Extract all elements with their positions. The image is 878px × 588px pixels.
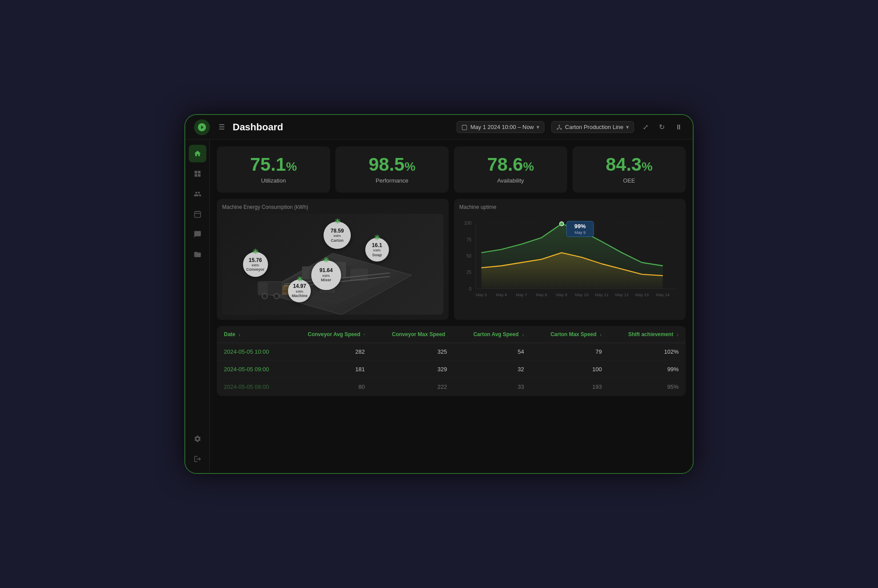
- svg-text:May 9: May 9: [556, 293, 567, 297]
- cell-shift-2: 95%: [609, 378, 686, 396]
- home-icon: [194, 150, 202, 158]
- cell-cart-avg-1: 32: [454, 361, 531, 378]
- main-layout: 75.1% Utilization 98.5% Performance 78.6…: [185, 140, 693, 473]
- cell-conv-max-1: 329: [372, 361, 454, 378]
- logo-icon: [197, 122, 207, 132]
- sidebar-item-folder[interactable]: [189, 246, 206, 263]
- sidebar-nav: [189, 145, 206, 430]
- svg-point-5: [561, 128, 561, 129]
- utilization-value: 75.1%: [224, 155, 323, 174]
- uptime-chart-card: Machine uptime: [454, 199, 686, 320]
- sidebar-bottom: [189, 430, 206, 468]
- svg-text:May 12: May 12: [615, 293, 629, 297]
- cell-cart-avg-0: 54: [454, 343, 531, 361]
- sort-icon-conv-avg: ·: [363, 332, 365, 337]
- sort-icon-date: ↓: [238, 332, 241, 337]
- energy-chart-card: Machine Energy Consumption (kWh): [217, 199, 449, 320]
- sidebar: [185, 140, 210, 473]
- cell-conv-avg-0: 282: [287, 343, 372, 361]
- folder-icon: [194, 251, 202, 258]
- cell-shift-0: 102%: [609, 343, 686, 361]
- table-row: 2024-05-05 10:00 282 325 54 79 102%: [217, 343, 686, 361]
- content-area: 75.1% Utilization 98.5% Performance 78.6…: [210, 140, 693, 473]
- oee-value: 84.3%: [579, 155, 679, 174]
- production-line-selector[interactable]: Carton Production Line ▾: [551, 121, 634, 133]
- svg-text:May 10: May 10: [575, 293, 589, 297]
- oee-label: OEE: [579, 177, 679, 184]
- tooltip-dot: [560, 222, 564, 226]
- sidebar-item-home[interactable]: [189, 145, 206, 162]
- sidebar-item-messages[interactable]: [189, 226, 206, 243]
- sidebar-item-logout[interactable]: [189, 450, 206, 468]
- kpi-performance: 98.5% Performance: [335, 147, 449, 193]
- uptime-chart-area: 100 75 50 25 0 May 5 May: [459, 214, 680, 315]
- cell-cart-avg-2: 33: [454, 378, 531, 396]
- expand-button[interactable]: ⤢: [641, 121, 650, 133]
- data-table-card: Date ↓ Conveyor Avg Speed · Conveyor Max…: [217, 326, 686, 396]
- sidebar-item-settings[interactable]: [189, 430, 206, 448]
- svg-point-3: [559, 125, 560, 125]
- sidebar-item-grid[interactable]: [189, 165, 206, 183]
- network-icon: [556, 124, 562, 130]
- svg-point-4: [557, 128, 558, 129]
- logout-icon: [194, 455, 202, 463]
- cell-cart-max-2: 193: [531, 378, 609, 396]
- availability-label: Availability: [461, 177, 560, 184]
- energy-chart-title: Machine Energy Consumption (kWh): [222, 204, 443, 210]
- svg-line-7: [558, 128, 559, 129]
- cell-date-0[interactable]: 2024-05-05 10:00: [217, 343, 287, 361]
- cell-date-1[interactable]: 2024-05-05 09:00: [217, 361, 287, 378]
- charts-row: Machine Energy Consumption (kWh): [217, 199, 686, 320]
- svg-text:May 6: May 6: [496, 293, 507, 297]
- cell-date-2[interactable]: 2024-05-05 08:00: [217, 378, 287, 396]
- table-header-row: Date ↓ Conveyor Avg Speed · Conveyor Max…: [217, 326, 686, 343]
- users-icon: [194, 190, 202, 198]
- header-title-area: ☰ Dashboard: [219, 122, 457, 133]
- sort-icon-cart-max: ↓: [600, 332, 602, 337]
- energy-bubble-conveyor: ✳ 15.76 kWh Conveyor: [243, 252, 268, 277]
- kpi-row: 75.1% Utilization 98.5% Performance 78.6…: [217, 147, 686, 193]
- svg-text:100: 100: [464, 221, 471, 226]
- hamburger-icon[interactable]: ☰: [219, 123, 225, 131]
- svg-text:25: 25: [467, 270, 472, 275]
- kpi-utilization: 75.1% Utilization: [217, 147, 330, 193]
- pause-button[interactable]: ⏸: [673, 122, 684, 133]
- date-range-selector[interactable]: May 1 2024 10:00 – Now ▾: [457, 121, 544, 133]
- col-conveyor-avg[interactable]: Conveyor Avg Speed ·: [287, 326, 372, 343]
- messages-icon: [194, 230, 202, 238]
- col-shift[interactable]: Shift achievement ↓: [609, 326, 686, 343]
- logo: [194, 119, 210, 135]
- cell-cart-max-1: 100: [531, 361, 609, 378]
- uptime-svg: 100 75 50 25 0 May 5 May: [459, 214, 680, 315]
- col-carton-avg[interactable]: Carton Avg Speed ↓: [454, 326, 531, 343]
- svg-point-23: [262, 294, 267, 299]
- col-conveyor-max[interactable]: Conveyor Max Speed: [372, 326, 454, 343]
- date-dropdown-icon: ▾: [536, 124, 540, 130]
- svg-line-8: [559, 128, 561, 129]
- calendar-side-icon: [194, 210, 202, 218]
- energy-bubble-machine: ✳ 14.97 kWh Machine: [288, 280, 311, 302]
- kpi-oee: 84.3% OEE: [572, 147, 686, 193]
- tooltip-value: 99%: [574, 223, 586, 229]
- svg-rect-9: [194, 212, 201, 218]
- svg-rect-22: [259, 283, 268, 294]
- svg-point-24: [274, 294, 279, 299]
- table-row: 2024-05-05 08:00 80 222 33 193 95%: [217, 378, 686, 396]
- svg-text:May 14: May 14: [656, 293, 670, 297]
- sidebar-item-users[interactable]: [189, 185, 206, 203]
- svg-text:May 8: May 8: [536, 293, 547, 297]
- sidebar-item-calendar[interactable]: [189, 205, 206, 223]
- cell-shift-1: 99%: [609, 361, 686, 378]
- page-title: Dashboard: [233, 122, 283, 133]
- device-frame: ☰ Dashboard May 1 2024 10:00 – Now ▾ Car…: [184, 114, 694, 474]
- refresh-button[interactable]: ↻: [657, 121, 666, 133]
- cell-conv-avg-2: 80: [287, 378, 372, 396]
- svg-text:75: 75: [467, 237, 472, 242]
- kpi-availability: 78.6% Availability: [454, 147, 567, 193]
- col-carton-max[interactable]: Carton Max Speed ↓: [531, 326, 609, 343]
- svg-rect-0: [462, 125, 467, 130]
- col-date[interactable]: Date ↓: [217, 326, 287, 343]
- energy-bubble-carton: ✳ 78.59 kWh Carton: [324, 222, 351, 249]
- sort-icon-shift: ↓: [676, 332, 679, 337]
- svg-text:May 5: May 5: [476, 293, 487, 297]
